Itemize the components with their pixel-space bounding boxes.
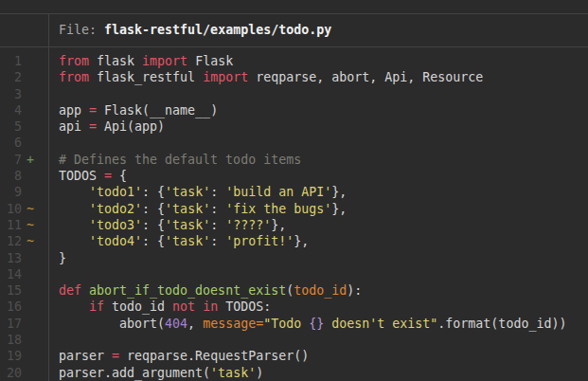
code-token	[59, 218, 89, 232]
code-line: 12~ 'todo4': {'task': 'profit!'},	[0, 233, 588, 249]
change-marker	[27, 266, 36, 282]
code-token: Api(app)	[97, 119, 165, 134]
code-line: 13}	[0, 250, 588, 266]
line-number: 4	[0, 102, 22, 118]
code-token: 'task'	[165, 218, 210, 232]
code-token: }	[59, 251, 66, 265]
code-token: def	[59, 283, 89, 298]
change-marker	[27, 53, 36, 69]
line-number: 13	[0, 250, 22, 266]
line-number: 20	[0, 365, 22, 381]
code-line: 17 abort(404, message="Todo {} doesn't e…	[0, 316, 588, 332]
code-token: 'todo2'	[89, 202, 142, 216]
code-line: 11~ 'todo3': {'task': '????'},	[0, 217, 588, 233]
code-token: },	[294, 234, 309, 248]
line-number: 7	[0, 152, 22, 168]
code-token: 'profit!'	[225, 234, 294, 248]
code-token: ,	[187, 317, 203, 331]
code-token: .format(todo_id))	[437, 317, 566, 331]
code-line: 16 if todo_id not in TODOS:	[0, 299, 588, 315]
code-token: :	[210, 234, 225, 248]
code-rows: 1from flask import Flask2from flask_rest…	[0, 53, 588, 381]
code-token: # Defines the default todo items	[59, 153, 301, 167]
line-number: 10	[0, 201, 22, 217]
code-viewer-window: File: flask-restful/examples/todo.py 1fr…	[0, 0, 588, 381]
code-token: =	[112, 349, 119, 363]
change-marker	[27, 102, 36, 118]
change-marker	[27, 118, 36, 135]
code-token: },	[271, 218, 286, 232]
code-text: 'todo2': {'task': 'fix the bugs'},	[59, 201, 347, 217]
code-token: todo_id	[104, 299, 172, 314]
code-token: todo_id	[294, 283, 347, 298]
code-token: flask	[89, 54, 142, 68]
change-marker	[27, 184, 36, 200]
change-marker	[27, 135, 36, 151]
top-spacer	[0, 0, 588, 13]
code-token: },	[331, 202, 347, 216]
code-token: "Todo	[263, 317, 309, 331]
change-marker: ~	[27, 233, 36, 249]
gutter-separator-line	[48, 47, 49, 381]
change-marker	[27, 250, 36, 266]
code-token: Flask(__name__)	[97, 103, 218, 118]
change-marker: ~	[27, 201, 36, 217]
code-token: 404	[165, 317, 187, 331]
code-line: 7+# Defines the default todo items	[0, 152, 588, 168]
line-number: 17	[0, 316, 22, 332]
line-number: 16	[0, 299, 22, 315]
code-token: message=	[203, 317, 263, 331]
file-header: File: flask-restful/examples/todo.py	[0, 14, 588, 46]
code-token: from	[59, 70, 89, 84]
code-text: 'todo4': {'task': 'profit!'},	[59, 233, 309, 249]
line-number: 5	[0, 118, 22, 135]
code-line: 2from flask_restful import reqparse, abo…	[0, 69, 588, 85]
code-line: 15def abort_if_todo_doesnt_exist(todo_id…	[0, 282, 588, 299]
file-label: File:	[59, 23, 104, 37]
code-area: 1from flask import Flask2from flask_rest…	[0, 47, 588, 381]
code-token: },	[331, 185, 347, 199]
line-number: 8	[0, 168, 22, 184]
code-token	[59, 185, 89, 199]
code-text: abort(404, message="Todo {} doesn't exis…	[59, 316, 566, 332]
change-marker	[27, 282, 36, 299]
code-token: : {	[142, 202, 165, 216]
code-token: '????'	[225, 218, 271, 232]
code-text: # Defines the default todo items	[59, 152, 301, 168]
code-token	[195, 299, 203, 314]
code-token: 'build an API'	[225, 185, 331, 199]
code-line: 6	[0, 135, 588, 151]
code-text: from flask import Flask	[59, 53, 233, 69]
code-token: reqparse, abort, Api, Resource	[248, 70, 483, 84]
line-number: 19	[0, 348, 22, 364]
line-number: 11	[0, 217, 22, 233]
code-text: if todo_id not in TODOS:	[59, 299, 271, 315]
code-token: parser.add_argument(	[59, 366, 210, 380]
code-token: 'task'	[165, 185, 210, 199]
code-token: TODOS	[59, 169, 104, 183]
code-token: : {	[142, 185, 165, 199]
header-gutter	[0, 14, 49, 46]
code-line: 9 'todo1': {'task': 'build an API'},	[0, 184, 588, 200]
code-token: (	[286, 283, 294, 298]
line-number: 14	[0, 266, 22, 282]
code-token	[59, 202, 89, 216]
file-path: flask-restful/examples/todo.py	[104, 23, 331, 37]
file-header-text: File: flask-restful/examples/todo.py	[49, 14, 331, 46]
code-token: in	[203, 299, 218, 314]
line-number: 15	[0, 282, 22, 299]
code-line: 14	[0, 266, 588, 282]
code-token: : {	[142, 234, 165, 248]
code-line: 1from flask import Flask	[0, 53, 588, 69]
code-token: abort_if_todo_doesnt_exist	[89, 283, 286, 298]
change-marker	[27, 316, 36, 332]
code-token: 'task'	[210, 366, 256, 380]
code-token: not	[172, 299, 195, 314]
change-marker: ~	[27, 217, 36, 233]
code-token: :	[210, 202, 225, 216]
code-text: 'todo3': {'task': '????'},	[59, 217, 286, 233]
code-token: abort(	[59, 317, 165, 331]
line-number: 1	[0, 53, 22, 69]
code-line: 3	[0, 86, 588, 102]
line-number: 2	[0, 69, 22, 85]
